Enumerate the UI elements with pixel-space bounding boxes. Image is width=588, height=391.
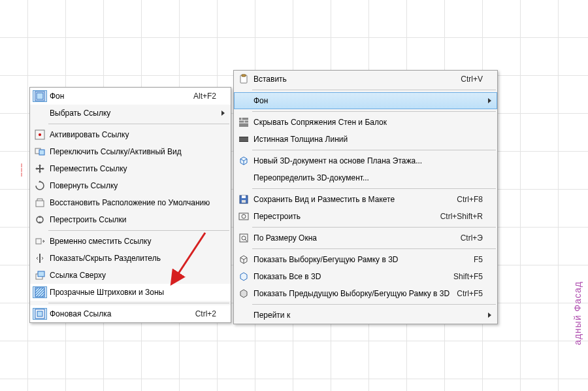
- menu-item[interactable]: Показать Выборку/Бегущую Рамку в 3DF5: [234, 251, 497, 268]
- menu-item[interactable]: Фон: [234, 92, 497, 109]
- menu-item[interactable]: Перестроить Ссылки: [30, 211, 231, 228]
- menu-item[interactable]: ВставитьCtrl+V: [234, 71, 497, 88]
- background-icon: [33, 90, 47, 102]
- menu-separator: [252, 90, 496, 90]
- menu-item-label: Фоновая Ссылка: [47, 309, 195, 318]
- menu-item-label: По Размеру Окна: [251, 233, 461, 243]
- paste-icon: [237, 73, 251, 85]
- menu-item[interactable]: ФонAlt+F2: [30, 88, 231, 105]
- walls-icon: [237, 116, 251, 128]
- menu-item-label: Выбрать Ссылку: [47, 109, 221, 118]
- menu-item-label: Переключить Ссылку/Активный Вид: [47, 147, 221, 156]
- restore-icon: [33, 197, 47, 209]
- svg-rect-27: [242, 196, 246, 198]
- menu-item[interactable]: Активировать Ссылку: [30, 126, 231, 143]
- menu-item[interactable]: Новый 3D-документ на основе Плана Этажа.…: [234, 152, 497, 169]
- blank-icon: [33, 107, 47, 119]
- menu-item-label: Повернуть Ссылку: [47, 181, 221, 190]
- rotate-icon: [33, 180, 47, 192]
- ontop-icon: [33, 269, 47, 281]
- menu-item[interactable]: Перейти к: [234, 307, 497, 324]
- menu-separator: [252, 111, 496, 112]
- menu-item[interactable]: Восстановить Расположение по Умолчанию: [30, 194, 231, 211]
- menu-item-shortcut: Ctrl+2: [195, 309, 221, 318]
- rebuild2-icon: [237, 211, 251, 222]
- menu-separator: [252, 227, 496, 228]
- fit-icon: [237, 232, 251, 244]
- svg-rect-14: [37, 311, 42, 316]
- menu-item[interactable]: Показать Предыдущую Выборку/Бегущую Рамк…: [234, 285, 497, 302]
- menu-item-label: Переопределить 3D-документ...: [251, 173, 488, 182]
- menu-item-label: Показать Выборку/Бегущую Рамку в 3D: [251, 255, 474, 264]
- menu-item[interactable]: ПерестроитьCtrl+Shift+R: [234, 208, 497, 225]
- svg-rect-11: [38, 271, 44, 277]
- svg-rect-16: [242, 75, 246, 76]
- menu-item[interactable]: Выбрать Ссылку: [30, 105, 231, 122]
- menu-item[interactable]: Переключить Ссылку/Активный Вид: [30, 143, 231, 160]
- menu-item[interactable]: По Размеру ОкнаCtrl+Э: [234, 230, 497, 246]
- menu-item-label: Истинная Толщина Линий: [251, 135, 488, 144]
- menu-item[interactable]: Временно сместить Ссылку: [30, 233, 231, 250]
- menu-item-shortcut: Alt+F2: [193, 92, 221, 101]
- bglink-icon: [33, 308, 47, 320]
- menu-item[interactable]: Ссылка Сверху: [30, 267, 231, 284]
- lines-icon: [237, 133, 251, 145]
- menu-item[interactable]: Истинная Толщина Линий: [234, 131, 497, 148]
- showall3d-icon: [237, 271, 251, 282]
- show3d-icon: [237, 254, 251, 265]
- menu-item[interactable]: Показать Все в 3DShift+F5: [234, 268, 497, 285]
- rebuild-icon: [33, 214, 47, 226]
- menu-item-label: Фон: [251, 96, 488, 105]
- menu-separator: [48, 303, 229, 303]
- context-menu-trace-reference[interactable]: ФонAlt+F2Выбрать СсылкуАктивировать Ссыл…: [29, 87, 231, 323]
- menu-item-shortcut: Ctrl+F5: [457, 289, 488, 298]
- svg-rect-28: [242, 200, 246, 203]
- splitter-icon: [33, 252, 47, 264]
- menu-item[interactable]: Повернуть Ссылку: [30, 177, 231, 194]
- menu-separator: [252, 150, 496, 150]
- menu-item[interactable]: Показать/Скрыть Разделитель: [30, 250, 231, 267]
- activate-icon: [33, 129, 47, 141]
- menu-item[interactable]: Прозрачные Штриховки и Зоны: [30, 284, 231, 301]
- svg-rect-5: [39, 150, 44, 155]
- menu-item[interactable]: Скрывать Сопряжения Стен и Балок: [234, 114, 497, 131]
- menu-item-label: Временно сместить Ссылку: [47, 237, 221, 246]
- menu-separator: [252, 188, 496, 189]
- menu-item[interactable]: Фоновая СсылкаCtrl+2: [30, 305, 231, 322]
- menu-separator: [252, 304, 496, 305]
- menu-item[interactable]: Переместить Ссылку: [30, 160, 231, 177]
- menu-item-label: Перестроить: [251, 212, 440, 221]
- menu-separator: [48, 230, 229, 231]
- menu-item-shortcut: Ctrl+V: [461, 75, 488, 84]
- showprev3d-icon: [237, 288, 251, 299]
- submenu-arrow-icon: [488, 311, 493, 320]
- menu-item-label: Активировать Ссылку: [47, 130, 221, 139]
- menu-item-label: Переместить Ссылку: [47, 164, 221, 173]
- menu-item-label: Перейти к: [251, 311, 488, 320]
- svg-rect-1: [37, 93, 43, 99]
- blank-icon: [237, 95, 251, 107]
- menu-item-label: Показать Все в 3D: [251, 272, 453, 281]
- menu-item-label: Новый 3D-документ на основе Плана Этажа.…: [251, 156, 488, 165]
- switch-icon: [33, 146, 47, 158]
- menu-item-label: Прозрачные Штриховки и Зоны: [47, 288, 221, 297]
- svg-rect-17: [239, 118, 248, 127]
- menu-item-shortcut: Shift+F5: [453, 272, 488, 281]
- menu-item-label: Показать/Скрыть Разделитель: [47, 254, 221, 263]
- section-marker: [21, 163, 27, 177]
- menu-item-shortcut: Ctrl+Э: [461, 233, 488, 243]
- blank-icon: [237, 309, 251, 321]
- menu-item-label: Фон: [47, 92, 193, 101]
- submenu-arrow-icon: [488, 96, 493, 105]
- menu-separator: [48, 124, 229, 124]
- menu-item[interactable]: Переопределить 3D-документ...: [234, 169, 497, 186]
- svg-line-33: [245, 239, 247, 241]
- menu-item-label: Перестроить Ссылки: [47, 215, 221, 224]
- context-menu-main[interactable]: ВставитьCtrl+VФонСкрывать Сопряжения Сте…: [233, 70, 498, 324]
- menu-item-label: Сохранить Вид и Разместить в Макете: [251, 195, 457, 204]
- menu-item[interactable]: Сохранить Вид и Разместить в МакетеCtrl+…: [234, 191, 497, 208]
- menu-item-shortcut: Ctrl+F8: [457, 195, 488, 204]
- menu-item-label: Восстановить Расположение по Умолчанию: [47, 198, 221, 207]
- tempmove-icon: [33, 235, 47, 247]
- submenu-arrow-icon: [221, 109, 227, 118]
